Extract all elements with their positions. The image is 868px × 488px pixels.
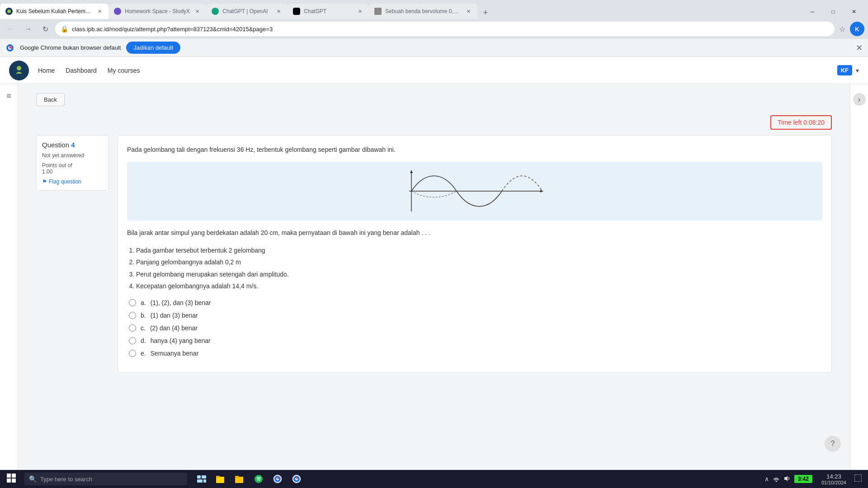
flag-question-link[interactable]: ⚑ Flag question (42, 178, 103, 185)
chrome-button1[interactable] (269, 470, 287, 488)
radio-a[interactable] (129, 299, 136, 306)
tab-close-kuis[interactable]: ✕ (96, 8, 103, 15)
radio-e[interactable] (129, 350, 136, 357)
new-tab-button[interactable]: + (479, 6, 492, 19)
option-a-label: a. (141, 299, 146, 306)
svg-rect-13 (12, 479, 16, 483)
tab-title-kuis: Kuis Sebelum Kuliah Pertemu... (16, 8, 92, 14)
svg-rect-20 (235, 477, 243, 483)
address-bar-row: ← → ↻ 🔒 class.ipb.ac.id/mod/quiz/attempt… (0, 19, 868, 39)
taskbar-search[interactable]: 🔍 Type here to search (24, 473, 187, 485)
tab-chatgpt[interactable]: ChatGPT | OpenAI ✕ (206, 4, 288, 19)
tab-title-chatgpt2: ChatGPT (304, 8, 353, 14)
nav-mycourses[interactable]: My courses (108, 67, 140, 74)
favicon-chatgpt2 (293, 8, 300, 15)
radio-c[interactable] (129, 324, 136, 332)
option-d[interactable]: d. hanya (4) yang benar (127, 334, 822, 347)
option-c-text: (2) dan (4) benar (150, 324, 198, 332)
file-explorer-button[interactable] (212, 470, 230, 488)
help-button[interactable]: ? (825, 436, 841, 452)
svg-rect-18 (216, 477, 224, 483)
svg-rect-12 (7, 479, 11, 483)
battery-status[interactable]: 3:42 (794, 475, 812, 483)
taskbar-pinned-icons (193, 470, 306, 488)
bookmark-star-icon[interactable]: ☆ (839, 25, 845, 33)
tab-sebuah[interactable]: Sebuah benda bervolume 0,00... ✕ (369, 4, 477, 19)
option-c[interactable]: c. (2) dan (4) benar (127, 322, 822, 334)
option-b-label: b. (141, 312, 146, 319)
main-content: Back Time left 0:08:20 Question 4 Not ye… (18, 84, 850, 471)
svg-point-5 (17, 66, 21, 70)
start-button[interactable] (0, 470, 23, 488)
svg-rect-11 (12, 474, 16, 478)
tab-studyx[interactable]: Homework Space - StudyX ✕ (108, 4, 206, 19)
tab-title-sebuah: Sebuah benda bervolume 0,00... (385, 8, 461, 14)
nav-dashboard[interactable]: Dashboard (66, 67, 97, 74)
close-button[interactable]: ✕ (844, 5, 864, 19)
tab-close-chatgpt[interactable]: ✕ (275, 8, 282, 15)
clock-area[interactable]: 14:23 01/10/2024 (818, 473, 850, 485)
flag-icon: ⚑ (42, 178, 47, 185)
numbered-options-list: Pada gambar tersebut terbentuk 2 gelomba… (127, 245, 822, 291)
svg-rect-10 (7, 474, 11, 478)
taskbar-search-icon: 🔍 (29, 475, 37, 483)
nav-home[interactable]: Home (38, 67, 55, 74)
network-icon[interactable] (773, 475, 780, 483)
tab-close-studyx[interactable]: ✕ (193, 8, 201, 15)
hamburger-icon[interactable]: ≡ (6, 91, 11, 101)
notification-button[interactable] (852, 474, 864, 483)
site-nav-right: KF ▾ (837, 65, 859, 75)
question-meta: Question 4 Not yet answered Points out o… (36, 135, 108, 373)
radio-d[interactable] (129, 337, 136, 344)
svg-point-0 (7, 9, 11, 13)
tab-chatgpt2[interactable]: ChatGPT ✕ (288, 4, 369, 19)
option-b[interactable]: b. (1) dan (3) benar (127, 309, 822, 322)
tab-kuis[interactable]: Kuis Sebelum Kuliah Pertemu... ✕ (0, 4, 108, 19)
folder-button[interactable] (231, 470, 249, 488)
points-label: Points out of 1.00 (42, 162, 103, 175)
default-bar-text: Google Chrome bukan browser default (20, 44, 121, 51)
close-bar-icon[interactable]: ✕ (856, 43, 863, 53)
window-controls: ─ □ ✕ (802, 5, 868, 19)
tab-close-sebuah[interactable]: ✕ (465, 8, 472, 15)
quiz-layout: Question 4 Not yet answered Points out o… (36, 135, 832, 373)
question-text: Pada gelombang tali dengan frekuensi 36 … (127, 145, 822, 155)
windows-start-icon (7, 474, 16, 485)
task-view-button[interactable] (193, 470, 211, 488)
taskbar: 🔍 Type here to search ∧ (0, 470, 868, 488)
reload-button[interactable]: ↻ (38, 22, 52, 36)
option-e[interactable]: e. Semuanya benar (127, 347, 822, 360)
volume-icon[interactable] (783, 475, 791, 483)
lock-icon: 🔒 (61, 25, 68, 33)
address-box[interactable]: 🔒 class.ipb.ac.id/mod/quiz/attempt.php?a… (55, 22, 835, 36)
option-a-text: (1), (2), dan (3) benar (151, 299, 211, 306)
back-nav-button[interactable]: ← (4, 22, 18, 36)
svg-point-22 (255, 475, 263, 483)
favicon-last (374, 8, 382, 15)
option-a[interactable]: a. (1), (2), dan (3) benar (127, 296, 822, 309)
back-button[interactable]: Back (36, 93, 65, 106)
list-item: Panjang gelombangnya adalah 0,2 m (136, 257, 822, 267)
chrome-button2[interactable] (288, 470, 306, 488)
maximize-button[interactable]: □ (823, 5, 844, 19)
tab-close-chatgpt2[interactable]: ✕ (356, 8, 363, 15)
forward-nav-button[interactable]: → (21, 22, 35, 36)
profile-button[interactable]: K (850, 22, 864, 36)
site-nav-links: Home Dashboard My courses (38, 67, 837, 74)
kf-profile-button[interactable]: KF (837, 65, 852, 75)
minimize-button[interactable]: ─ (802, 5, 823, 19)
spotify-button[interactable] (250, 470, 268, 488)
svg-rect-17 (203, 479, 206, 483)
tab-bar: Kuis Sebelum Kuliah Pertemu... ✕ Homewor… (0, 0, 868, 19)
content-wrapper: ≡ Back Time left 0:08:20 Question 4 Not … (0, 84, 868, 471)
jadikan-default-button[interactable]: Jadikan default (126, 42, 180, 54)
svg-marker-28 (784, 476, 788, 481)
tray-up-icon[interactable]: ∧ (764, 475, 769, 483)
chevron-right-icon[interactable]: › (853, 93, 866, 106)
taskbar-right: ∧ 3:42 14:23 01/10/2024 (761, 473, 868, 485)
tab-title-studyx: Homework Space - StudyX (125, 8, 190, 14)
option-b-text: (1) dan (3) benar (151, 312, 198, 319)
radio-b[interactable] (129, 312, 136, 319)
profile-dropdown-icon[interactable]: ▾ (856, 67, 859, 74)
svg-rect-16 (197, 479, 203, 483)
